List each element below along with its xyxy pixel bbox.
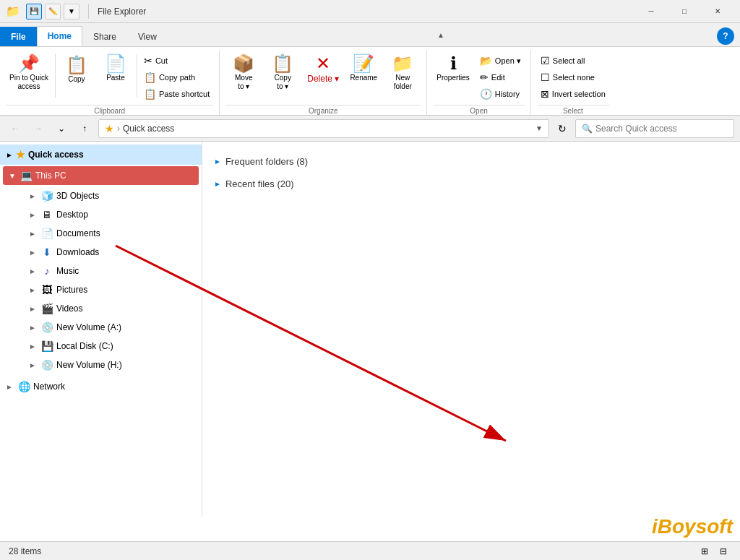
window-title: File Explorer [98,7,629,17]
pictures-chevron: ► [29,286,38,294]
maximize-button[interactable]: □ [668,0,701,23]
history-button[interactable]: 🕐 History [476,86,525,102]
select-label: Select [537,105,609,115]
refresh-button[interactable]: ↻ [554,120,571,137]
search-icon: 🔍 [582,124,593,134]
open-icon: 📂 [480,55,492,66]
details-view-button[interactable]: ⊞ [697,543,713,559]
move-to-button[interactable]: 📦 Moveto ▾ [225,51,262,93]
frequent-folders-chevron[interactable]: ► [214,158,221,165]
this-pc-label: This PC [35,171,66,181]
paste-shortcut-icon: 📋 [144,88,156,100]
search-box[interactable]: 🔍 [575,119,734,138]
sidebar-item-new-volume-h[interactable]: ► 💿 New Volume (H:) [0,356,202,374]
forward-button[interactable]: → [29,119,48,138]
address-star-icon: ★ [105,123,114,134]
watermark-rest: Boysoft [658,515,733,538]
copy-path-button[interactable]: 📋 Copy path [140,69,213,85]
ribbon-collapse-chevron[interactable]: ▲ [437,31,444,39]
search-input[interactable] [595,124,728,134]
address-chevron-icon[interactable]: ▼ [535,124,543,132]
cut-icon: ✂ [144,55,152,66]
select-col: ☑ Select all ☐ Select none ⊠ Invert sele… [537,51,609,102]
content-area: ► Frequent folders (8) ► Recent files (2… [202,142,740,517]
select-all-icon: ☑ [541,55,550,66]
music-icon: ♪ [40,265,53,277]
3d-objects-label: 3D Objects [56,191,99,201]
downloads-label: Downloads [56,247,99,257]
tab-share[interactable]: Share [82,27,127,46]
copy-button[interactable]: 📋 Copy [59,53,95,86]
organize-group-content: 📦 Moveto ▾ 📋 Copyto ▾ ✕ Delete ▾ 📝 Renam… [225,50,421,103]
sidebar-item-local-disk-c[interactable]: ► 💾 Local Disk (C:) [0,337,202,356]
delete-button[interactable]: ✕ Delete ▾ [304,51,343,86]
sidebar-item-videos[interactable]: ► 🎬 Videos [0,299,202,318]
edit-button[interactable]: ✏ Edit [476,69,525,85]
cut-button[interactable]: ✂ Cut [140,53,213,69]
rename-button[interactable]: 📝 Rename [345,51,382,85]
sidebar-item-documents[interactable]: ► 📄 Documents [0,224,202,243]
invert-selection-button[interactable]: ⊠ Invert selection [537,86,609,102]
address-path: Quick access [123,124,533,134]
sidebar-item-pictures[interactable]: ► 🖼 Pictures [0,280,202,299]
properties-button[interactable]: ℹ Properties [433,51,473,85]
move-to-label: Moveto ▾ [235,74,252,91]
recent-files-chevron[interactable]: ► [214,180,221,188]
sidebar-item-3d-objects[interactable]: ► 🧊 3D Objects [0,186,202,205]
quick-access-label: Quick access [28,150,84,160]
network-label: Network [33,382,65,392]
select-none-button[interactable]: ☐ Select none [537,69,609,85]
help-button[interactable]: ? [717,27,734,45]
delete-label: Delete ▾ [307,74,339,84]
select-group: ☑ Select all ☐ Select none ⊠ Invert sele… [531,50,615,115]
status-bar: 28 items ⊞ ⊟ [0,541,740,560]
tab-view[interactable]: View [127,27,168,46]
pin-to-quick-access-button[interactable]: 📌 Pin to Quickaccess [6,51,52,93]
tab-home[interactable]: Home [37,26,82,46]
recent-files-header[interactable]: ► Recent files (20) [214,176,728,192]
tab-file[interactable]: File [0,27,37,46]
open-button[interactable]: 📂 Open ▾ [476,53,525,69]
close-button[interactable]: ✕ [701,0,734,23]
music-label: Music [56,266,79,276]
new-volume-h-chevron: ► [29,361,38,369]
address-box[interactable]: ★ › Quick access ▼ [98,119,549,138]
sidebar: ► ★ Quick access ▼ 💻 This PC ► 🧊 3D Obje… [0,142,202,517]
sidebar-item-this-pc[interactable]: ▼ 💻 This PC [3,166,199,185]
quick-dropdown-btn[interactable]: ▼ [64,4,79,20]
copy-to-button[interactable]: 📋 Copyto ▾ [264,51,301,93]
paste-shortcut-button[interactable]: 📋 Paste shortcut [140,86,213,102]
back-button[interactable]: ← [6,119,25,138]
ribbon-content: 📌 Pin to Quickaccess 📋 Copy 📄 Paste [0,47,740,116]
sidebar-item-desktop[interactable]: ► 🖥 Desktop [0,205,202,224]
select-all-button[interactable]: ☑ Select all [537,53,609,69]
history-icon: 🕐 [480,88,492,100]
ribbon-tabs: File Home Share View [0,23,168,46]
ribbon: 📌 Pin to Quickaccess 📋 Copy 📄 Paste [0,47,740,116]
quick-save-btn[interactable]: 💾 [26,4,42,20]
sidebar-item-quick-access[interactable]: ► ★ Quick access [0,145,202,165]
large-icons-view-button[interactable]: ⊟ [715,543,731,559]
recent-locations-button[interactable]: ⌄ [52,119,71,138]
sidebar-item-network[interactable]: ► 🌐 Network [0,377,202,396]
sidebar-item-downloads[interactable]: ► ⬇ Downloads [0,243,202,262]
sidebar-item-new-volume-a[interactable]: ► 💿 New Volume (A:) [0,318,202,337]
network-chevron: ► [6,383,14,391]
paste-button[interactable]: 📄 Paste [98,51,134,85]
properties-icon: ℹ [450,53,457,74]
minimize-button[interactable]: ─ [634,0,668,23]
move-to-icon: 📦 [233,53,254,74]
3d-objects-icon: 🧊 [40,190,53,202]
new-folder-button[interactable]: 📁 Newfolder [384,51,421,93]
local-disk-c-label: Local Disk (C:) [56,341,113,351]
sidebar-item-music[interactable]: ► ♪ Music [0,262,202,280]
up-button[interactable]: ↑ [75,119,94,138]
new-volume-a-label: New Volume (A:) [56,322,121,332]
local-disk-c-icon: 💾 [40,340,53,352]
frequent-folders-label: Frequent folders (8) [225,156,308,167]
quick-undo-btn[interactable]: ✏️ [45,4,61,20]
open-label: Open [433,105,525,115]
address-separator-icon: › [117,124,120,134]
recent-files-section: ► Recent files (20) [214,176,728,192]
frequent-folders-header[interactable]: ► Frequent folders (8) [214,153,728,170]
